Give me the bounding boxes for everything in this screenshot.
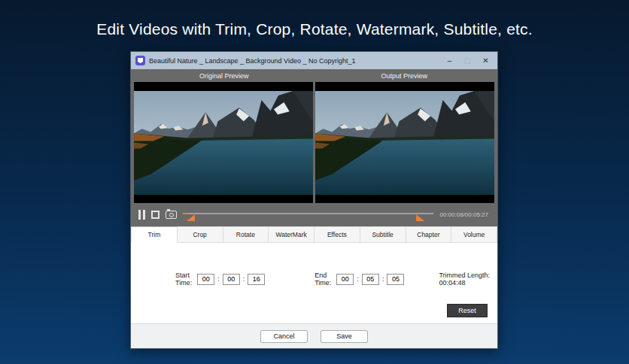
tab-subtitle[interactable]: Subtitle: [360, 226, 406, 243]
tab-volume[interactable]: Volume: [451, 226, 497, 243]
tab-crop[interactable]: Crop: [178, 226, 223, 243]
tab-trim[interactable]: Trim: [131, 226, 178, 243]
editor-window: Beautiful Nature _ Landscape _ Backgroun…: [130, 51, 498, 349]
tab-chapter[interactable]: Chapter: [406, 226, 452, 243]
original-preview-video: [134, 82, 313, 203]
slider-track[interactable]: [183, 213, 433, 214]
cancel-button[interactable]: Cancel: [260, 330, 308, 343]
dialog-footer: Cancel Save: [131, 323, 497, 348]
window-title: Beautiful Nature _ Landscape _ Backgroun…: [149, 57, 439, 65]
minimize-button[interactable]: –: [442, 52, 457, 69]
seek-slider[interactable]: [183, 203, 433, 226]
time-display: 00:00:08/00:05:27: [439, 211, 490, 218]
tab-bar: Trim Crop Rotate WaterMark Effects Subti…: [131, 226, 497, 243]
save-button[interactable]: Save: [321, 330, 368, 343]
trimmed-length-label: Trimmed Length:: [439, 271, 490, 279]
maximize-button[interactable]: ▢: [460, 52, 475, 69]
trim-end-marker[interactable]: [416, 214, 424, 221]
end-seconds-field[interactable]: [387, 274, 404, 285]
trim-start-marker[interactable]: [187, 214, 195, 221]
end-minutes-field[interactable]: [362, 274, 379, 285]
pause-icon[interactable]: [138, 210, 145, 220]
end-time-group: End Time: : :: [314, 271, 404, 287]
original-preview-label: Original Preview: [134, 71, 314, 82]
app-icon: [135, 56, 145, 65]
trim-panel: Start Time: : : End Time: : : Trimmed Le…: [131, 243, 497, 323]
start-time-group: Start Time: : :: [175, 271, 265, 287]
stop-icon[interactable]: [151, 211, 160, 219]
page-title: Edit Videos with Trim, Crop, Rotate, Wat…: [0, 20, 629, 38]
preview-section: Original Preview Output Preview 00:00:08…: [131, 69, 497, 226]
trimmed-length-value: 00:04:48: [439, 279, 465, 287]
window-titlebar[interactable]: Beautiful Nature _ Landscape _ Backgroun…: [131, 52, 497, 69]
progress-fill: [183, 213, 189, 214]
close-button[interactable]: ✕: [479, 52, 493, 69]
colon-separator: :: [243, 275, 245, 283]
output-preview-label: Output Preview: [314, 71, 495, 82]
reset-button[interactable]: Reset: [447, 304, 488, 317]
end-time-label: End Time:: [314, 271, 331, 287]
trimmed-length: Trimmed Length: 00:04:48: [439, 271, 497, 287]
start-hours-field[interactable]: [197, 274, 214, 285]
start-minutes-field[interactable]: [223, 274, 240, 285]
colon-separator: :: [382, 275, 384, 283]
start-seconds-field[interactable]: [248, 274, 265, 285]
end-hours-field[interactable]: [336, 274, 354, 285]
tab-watermark[interactable]: WaterMark: [269, 226, 314, 243]
snapshot-camera-icon[interactable]: [166, 211, 177, 219]
playback-controls: 00:00:08/00:05:27: [134, 203, 494, 226]
start-time-label: Start Time:: [175, 271, 192, 287]
colon-separator: :: [217, 275, 220, 283]
tab-rotate[interactable]: Rotate: [223, 226, 269, 243]
colon-separator: :: [357, 275, 359, 283]
tab-effects[interactable]: Effects: [314, 226, 360, 243]
output-preview-video: [315, 82, 494, 203]
